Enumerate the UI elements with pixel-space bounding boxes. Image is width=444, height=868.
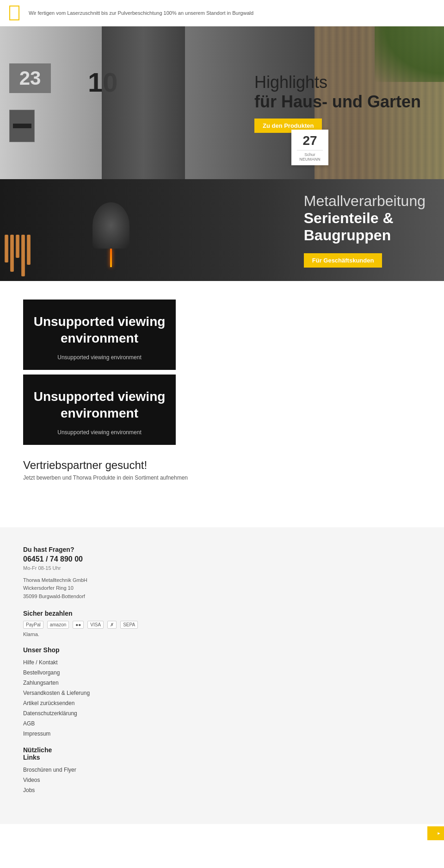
footer-link-payment[interactable]: Zahlungsarten [23,680,59,686]
hero-top-content: Highlights für Haus- und Garten Zu den P… [254,73,435,133]
footer-link-order[interactable]: Bestellvorgang [23,669,60,676]
footer-link-returns[interactable]: Artikel zurücksenden [23,700,74,706]
list-item: AGB [23,719,421,727]
laser-visual [0,179,222,281]
copper-rod [27,235,31,265]
house-number-27-box: 27 Schur NEUMANN [291,130,328,165]
footer-link-brochures[interactable]: Broschüren und Flyer [23,767,76,773]
vertrieb-heading: Vertriebspartner gesucht! [23,459,421,472]
list-item: Bestellvorgang [23,668,421,676]
copper-rod [5,235,8,262]
hero-top: 23 10 Highlights für Haus- und Garten Zu… [0,26,444,179]
intercom-inner [13,124,31,128]
nameplate: Schur NEUMANN [297,150,323,162]
payment-sepa: SEPA [120,621,138,629]
footer-link-help[interactable]: Hilfe / Kontakt [23,659,58,666]
unsupported-heading-1: Unsupported viewing environment [32,313,166,347]
footer-link-videos[interactable]: Videos [23,777,40,783]
copper-parts [0,230,35,281]
laser-beam [110,249,112,267]
hero-bottom-content: Metallverarbeitung Serienteile &Baugrupp… [304,193,426,268]
list-item: Versandkosten & Lieferung [23,689,421,696]
footer-address: Thorwa Metalltechnik GmbH Wickersdorfer … [23,576,421,601]
unsupported-block-1: Unsupported viewing environment Unsuppor… [23,300,176,370]
payment-icons: PayPal amazon ●● VISA ✗ SEPA [23,621,421,629]
intercom-box [9,110,35,142]
header-tagline: Wir fertigen vom Laserzuschnitt bis zur … [29,10,253,16]
payment-amazon: amazon [47,621,69,629]
footer-link-jobs[interactable]: Jobs [23,787,35,793]
copper-rod [21,235,25,276]
list-item: Datenschutzerklärung [23,709,421,717]
klarna-label: Klarna. [23,631,421,637]
payment-visa: VISA [87,621,104,629]
footer-phone: 06451 / 74 890 00 [23,555,421,563]
list-item: Videos [23,776,421,783]
payment-paypal: PayPal [23,621,43,629]
footer-link-impressum[interactable]: Impressum [23,731,50,737]
footer-link-shipping[interactable]: Versandkosten & Lieferung [23,690,90,696]
copper-rod [16,235,19,258]
footer-nutzliche-links: Broschüren und Flyer Videos Jobs [23,766,421,793]
unsupported-heading-2: Unsupported viewing environment [32,388,166,422]
footer-nutzliche: NützlicheLinks Broschüren und Flyer Vide… [23,746,421,793]
footer-shop: Unser Shop Hilfe / Kontakt Bestellvorgan… [23,646,421,737]
footer-payment: Sicher bezahlen PayPal amazon ●● VISA ✗ … [23,610,421,637]
list-item: Hilfe / Kontakt [23,658,421,666]
payment-other: ✗ [107,621,117,629]
vertrieb-subtext: Jetzt bewerben und Thorwa Produkte in de… [23,475,421,481]
footer-shop-links: Hilfe / Kontakt Bestellvorgang Zahlungsa… [23,658,421,737]
footer-nutzliche-heading: NützlicheLinks [23,746,421,761]
logo-icon[interactable] [9,6,19,20]
copper-rod [10,235,14,272]
main-content: Unsupported viewing environment Unsuppor… [0,281,444,527]
footer-link-privacy[interactable]: Datenschutzerklärung [23,710,77,717]
hero-bottom-button[interactable]: Für Geschäftskunden [304,253,382,268]
list-item: Artikel zurücksenden [23,699,421,706]
footer-hours: Mo-Fr 08-15 Uhr [23,565,421,571]
list-item: Jobs [23,786,421,793]
unsupported-block-2: Unsupported viewing environment Unsuppor… [23,375,176,445]
hero-bottom-heading: Metallverarbeitung Serienteile &Baugrupp… [304,193,426,244]
footer-questions-heading: Du hast Fragen? [23,546,421,553]
footer: Du hast Fragen? 06451 / 74 890 00 Mo-Fr … [0,527,444,824]
hero-top-heading: Highlights für Haus- und Garten [254,73,421,112]
hero-bottom: Metallverarbeitung Serienteile &Baugrupp… [0,179,444,281]
vertrieb-section: Vertriebspartner gesucht! Jetzt bewerben… [23,459,421,481]
list-item: Broschüren und Flyer [23,766,421,773]
laser-drill [92,202,130,249]
house-number-27: 27 [297,133,323,148]
house-number-23: 23 [9,63,51,93]
footer-shop-heading: Unser Shop [23,646,421,654]
footer-link-agb[interactable]: AGB [23,720,35,727]
list-item: Impressum [23,730,421,737]
unsupported-subtext-2: Unsupported viewing environment [32,429,166,436]
payment-mastercard: ●● [73,621,84,629]
unsupported-subtext-1: Unsupported viewing environment [32,354,166,361]
header: Wir fertigen vom Laserzuschnitt bis zur … [0,0,444,26]
footer-payment-heading: Sicher bezahlen [23,610,421,617]
list-item: Zahlungsarten [23,679,421,686]
footer-questions: Du hast Fragen? 06451 / 74 890 00 Mo-Fr … [23,546,421,601]
